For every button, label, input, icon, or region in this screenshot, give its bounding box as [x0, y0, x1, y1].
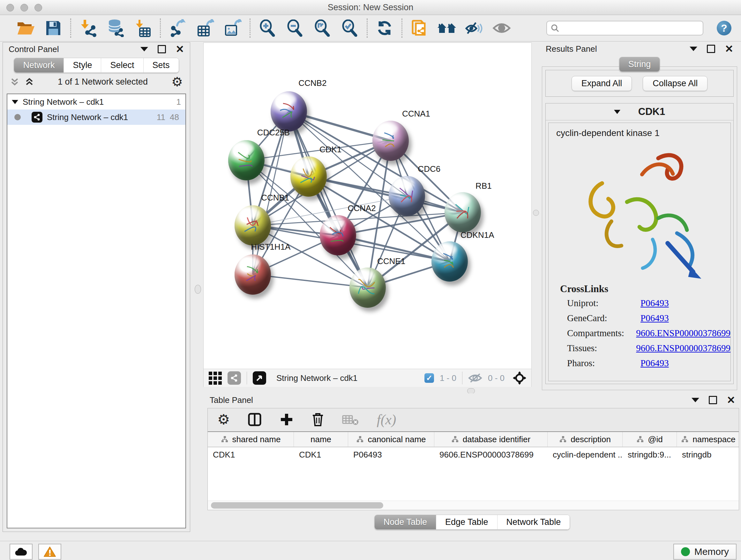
delete-table-icon[interactable] [342, 414, 359, 425]
hide-unhide-button[interactable] [461, 18, 488, 38]
add-column-icon[interactable] [280, 413, 293, 427]
column-header-description[interactable]: description [548, 432, 623, 447]
table-row[interactable]: CDK1CDK1P064939606.ENSP00000378699cyclin… [208, 447, 739, 462]
panel-menu-icon[interactable] [691, 398, 699, 402]
clone-network-button[interactable] [406, 18, 433, 38]
save-session-button[interactable] [40, 18, 67, 38]
right-splitter[interactable] [531, 43, 541, 387]
network-node-rb1[interactable] [445, 192, 481, 233]
panel-float-icon[interactable] [158, 45, 166, 53]
function-builder-icon[interactable]: f(x) [377, 412, 396, 428]
import-table-button[interactable] [129, 18, 157, 38]
warnings-button[interactable] [38, 544, 61, 560]
open-session-button[interactable] [12, 18, 40, 38]
cloud-button[interactable] [10, 544, 32, 560]
expand-all-icon[interactable] [24, 77, 34, 86]
table-cell[interactable]: CDK1 [208, 447, 294, 462]
search-field[interactable] [546, 21, 703, 36]
collapse-all-icon[interactable] [10, 77, 19, 86]
network-node-hist1h1a[interactable] [234, 254, 271, 295]
table-cell[interactable]: stringdb [677, 447, 739, 462]
column-header-canonical-name[interactable]: canonical name [348, 432, 434, 447]
import-network-button[interactable] [74, 18, 102, 38]
panel-float-icon[interactable] [709, 396, 717, 404]
protein-section-header[interactable]: CDK1 [546, 104, 733, 120]
collapse-section-icon[interactable] [614, 110, 620, 114]
table-cell[interactable]: cyclin-dependent ... [548, 447, 623, 462]
table-cell[interactable]: 9606.ENSP00000378699 [434, 447, 548, 462]
network-node-ccne1[interactable] [349, 267, 386, 308]
zoom-fit-button[interactable] [309, 18, 336, 38]
column-header-database-identifier[interactable]: database identifier [434, 432, 548, 447]
expand-all-button[interactable]: Expand All [571, 76, 632, 91]
tab-network[interactable]: Network [14, 58, 64, 72]
zoom-in-button[interactable] [254, 18, 281, 38]
network-node-cdk1[interactable] [290, 157, 327, 197]
left-splitter-handle[interactable] [195, 285, 201, 294]
tab-network-table[interactable]: Network Table [497, 515, 570, 530]
tab-edge-table[interactable]: Edge Table [436, 515, 497, 530]
tab-select[interactable]: Select [101, 58, 143, 72]
network-node-cdc6[interactable] [389, 176, 425, 216]
crosshair-icon[interactable] [513, 371, 526, 385]
network-node-ccnb1[interactable] [234, 205, 271, 246]
crosslink-link[interactable]: P06493 [641, 358, 669, 368]
table-cell[interactable]: CDK1 [294, 447, 348, 462]
table-settings-icon[interactable]: ⚙ [217, 413, 230, 427]
table-horizontal-scrollbar[interactable] [208, 501, 739, 510]
string-home-button[interactable] [433, 18, 461, 38]
panel-close-icon[interactable]: ✕ [176, 44, 184, 54]
tab-sets[interactable]: Sets [143, 58, 179, 72]
show-columns-icon[interactable] [248, 413, 262, 427]
export-table-button[interactable] [192, 18, 219, 38]
export-image-button[interactable] [219, 18, 246, 38]
crosslink-link[interactable]: 9606.ENSP00000378699 [636, 343, 731, 354]
search-input[interactable] [562, 23, 699, 33]
tab-string[interactable]: String [619, 57, 660, 71]
birdseye-view-icon[interactable] [253, 371, 266, 385]
bottom-splitter-handle[interactable] [467, 388, 475, 394]
gear-icon[interactable]: ⚙ [172, 75, 183, 88]
table-cell[interactable]: stringdb:9... [623, 447, 677, 462]
tab-style[interactable]: Style [64, 58, 101, 72]
refresh-button[interactable] [371, 18, 398, 38]
memory-button[interactable]: Memory [673, 544, 737, 560]
column-header-shared-name[interactable]: shared name [208, 432, 294, 447]
network-canvas[interactable]: CCNB2CCNA1CDC25BCDK1CDC6RB1CCNB1CCNA2CDK… [203, 43, 532, 369]
network-node-cdc25b[interactable] [228, 140, 265, 180]
crosslink-link[interactable]: P06493 [641, 298, 669, 308]
right-splitter-handle[interactable] [533, 210, 539, 216]
panel-close-icon[interactable]: ✕ [727, 395, 735, 405]
network-node-ccna1[interactable] [373, 121, 409, 161]
network-node-ccna2[interactable] [320, 215, 356, 255]
zoom-selected-button[interactable] [336, 18, 363, 38]
network-share-icon[interactable] [227, 371, 241, 385]
crosslink-link[interactable]: P06493 [641, 313, 669, 323]
hidden-eye-icon[interactable] [468, 373, 482, 383]
table-cell[interactable]: P06493 [348, 447, 434, 462]
panel-float-icon[interactable] [707, 45, 715, 53]
panel-menu-icon[interactable] [140, 47, 148, 51]
crosslink-link[interactable]: 9606.ENSP00000378699 [636, 328, 731, 338]
grid-view-icon[interactable] [209, 372, 222, 385]
network-node-cdkn1a[interactable] [431, 241, 468, 282]
tab-node-table[interactable]: Node Table [375, 515, 436, 530]
scrollbar-thumb[interactable] [211, 502, 383, 509]
delete-column-icon[interactable] [312, 412, 324, 427]
column-header-@id[interactable]: @id [623, 432, 677, 447]
export-network-button[interactable] [164, 18, 192, 38]
panel-close-icon[interactable]: ✕ [725, 44, 733, 54]
panel-menu-icon[interactable] [690, 47, 697, 51]
column-header-namespace[interactable]: namespace [677, 432, 739, 447]
selected-checkbox-icon[interactable]: ✓ [424, 373, 434, 383]
tree-expand-icon[interactable] [12, 100, 18, 104]
preview-eye-button[interactable] [488, 18, 515, 38]
collapse-all-button[interactable]: Collapse All [643, 76, 708, 91]
network-node-ccnb2[interactable] [271, 91, 307, 132]
zoom-out-button[interactable] [281, 18, 309, 38]
column-header-name[interactable]: name [294, 432, 348, 447]
network-row[interactable]: String Network – cdk1 11 48 [7, 110, 185, 125]
network-collection-row[interactable]: String Network – cdk1 1 [7, 94, 185, 110]
help-button[interactable]: ? [717, 21, 731, 36]
import-database-button[interactable] [102, 18, 129, 38]
